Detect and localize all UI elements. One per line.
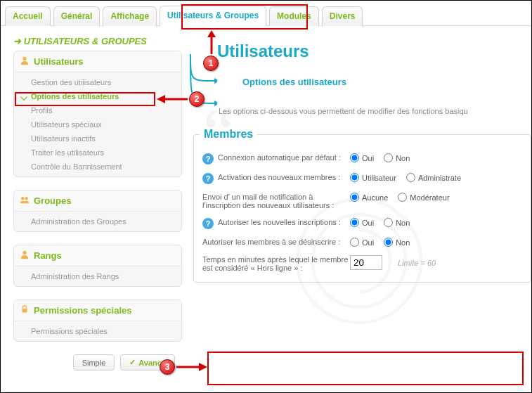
rank-icon bbox=[20, 250, 30, 262]
radio-label-text: Oui bbox=[362, 238, 374, 247]
radio-input[interactable] bbox=[350, 193, 359, 202]
panel-header: Rangs bbox=[14, 245, 181, 266]
sidebar-item[interactable]: Contrôle du Bannissement bbox=[14, 160, 181, 174]
tab-modules[interactable]: Modules bbox=[269, 6, 319, 26]
setting-options: OuiNon bbox=[350, 153, 410, 162]
help-icon[interactable]: ? bbox=[202, 153, 214, 165]
setting-label: Autoriser les membres à se désinscrire : bbox=[202, 238, 350, 246]
radio-input[interactable] bbox=[406, 173, 415, 182]
sidebar-item[interactable]: Profils bbox=[14, 103, 181, 117]
svg-marker-6 bbox=[214, 101, 217, 106]
panel-title: Groupes bbox=[34, 195, 71, 206]
panel-title: Rangs bbox=[34, 250, 62, 261]
radio-option[interactable]: Non bbox=[384, 238, 410, 247]
setting-options: Limite = 60 bbox=[350, 255, 436, 270]
help-icon[interactable]: ? bbox=[202, 173, 214, 184]
radio-option[interactable]: Utilisateur bbox=[350, 173, 396, 182]
radio-input[interactable] bbox=[384, 238, 393, 247]
radio-option[interactable]: Oui bbox=[350, 238, 374, 247]
mode-simple-button[interactable]: Simple bbox=[73, 354, 115, 371]
setting-row: ?Autoriser les nouvelles inscriptions :O… bbox=[200, 214, 525, 233]
radio-input[interactable] bbox=[350, 218, 359, 227]
radio-option[interactable]: Modérateur bbox=[398, 193, 449, 202]
setting-label: Envoi d' un mail de notification à l'ins… bbox=[202, 193, 350, 210]
setting-label: ?Connexion automatique par défaut : bbox=[202, 153, 350, 165]
radio-option[interactable]: Non bbox=[384, 218, 410, 227]
panel-groupes: GroupesAdministration des Groupes bbox=[13, 190, 182, 232]
setting-options: OuiNon bbox=[350, 238, 410, 247]
page-title: Utilisateurs bbox=[217, 41, 531, 61]
radio-input[interactable] bbox=[384, 153, 393, 162]
panel-title: Utilisateurs bbox=[34, 56, 84, 67]
panel-rangs: RangsAdministration des Rangs bbox=[13, 245, 182, 287]
radio-label-text: Non bbox=[396, 219, 410, 227]
radio-label-text: Non bbox=[396, 154, 410, 162]
title-connector-icon bbox=[189, 53, 217, 109]
members-fieldset: Membres ?Connexion automatique par défau… bbox=[193, 128, 531, 283]
setting-label-text: Temps en minutes après lequel le membre … bbox=[202, 255, 350, 272]
svg-point-2 bbox=[25, 197, 27, 200]
mode-advanced-button[interactable]: ✓Avancé bbox=[120, 354, 175, 371]
sidebar-item[interactable]: Utilisateurs spéciaux bbox=[14, 117, 181, 131]
setting-label-text: Autoriser les nouvelles inscriptions : bbox=[218, 218, 341, 229]
setting-label: Temps en minutes après lequel le membre … bbox=[202, 255, 350, 272]
tab-divers[interactable]: Divers bbox=[322, 6, 363, 26]
setting-row: ?Connexion automatique par défaut :OuiNo… bbox=[200, 149, 525, 169]
sidebar-item[interactable]: Traiter les utilisateurs bbox=[14, 146, 181, 160]
setting-label: ?Autoriser les nouvelles inscriptions : bbox=[202, 218, 350, 229]
members-legend: Membres bbox=[200, 128, 257, 141]
radio-input[interactable] bbox=[398, 193, 407, 202]
radio-option[interactable]: Non bbox=[384, 153, 410, 162]
sidebar-item[interactable]: Administration des Rangs bbox=[14, 269, 181, 283]
help-icon[interactable]: ? bbox=[202, 218, 214, 229]
setting-label-text: Activation des nouveaux membres : bbox=[218, 173, 340, 184]
panel-permissions-sp-ciales: Permissions spécialesPermissions spécial… bbox=[13, 299, 182, 342]
radio-label-text: Modérateur bbox=[410, 193, 449, 202]
setting-label-text: Autoriser les membres à se désinscrire : bbox=[202, 238, 340, 246]
radio-label-text: Aucune bbox=[362, 193, 388, 202]
setting-row: ?Activation des nouveaux membres :Utilis… bbox=[200, 169, 525, 188]
group-icon bbox=[20, 195, 30, 207]
setting-options: AucuneModérateur bbox=[350, 193, 450, 202]
radio-option[interactable]: Aucune bbox=[350, 193, 388, 202]
setting-options: OuiNon bbox=[350, 218, 410, 227]
sidebar-item[interactable]: Permissions spéciales bbox=[14, 324, 181, 338]
setting-row: Temps en minutes après lequel le membre … bbox=[200, 251, 525, 276]
tab-accueil[interactable]: Accueil bbox=[5, 6, 51, 26]
minutes-input[interactable] bbox=[350, 255, 382, 270]
radio-input[interactable] bbox=[350, 173, 359, 182]
radio-input[interactable] bbox=[384, 218, 393, 227]
sidebar-item[interactable]: Gestion des utilisateurs bbox=[14, 75, 181, 89]
panel-header: Permissions spéciales bbox=[14, 300, 181, 321]
tab-utilisateurs-groupes[interactable]: Utilisateurs & Groupes bbox=[160, 6, 266, 26]
sidebar-item[interactable]: Utilisateurs inactifs bbox=[14, 131, 181, 146]
radio-input[interactable] bbox=[350, 238, 359, 247]
intro-text: Les options ci-dessous vous permettent d… bbox=[219, 107, 531, 115]
radio-option[interactable]: Administrate bbox=[406, 173, 461, 182]
main-content: Utilisateurs Options des utilisateurs Le… bbox=[189, 26, 531, 378]
radio-label-text: Non bbox=[396, 238, 410, 247]
panel-header: Groupes bbox=[14, 191, 181, 212]
tab-g-n-ral[interactable]: Général bbox=[53, 6, 100, 26]
setting-row: Autoriser les membres à se désinscrire :… bbox=[200, 233, 525, 251]
radio-input[interactable] bbox=[350, 153, 359, 162]
svg-point-3 bbox=[22, 251, 26, 255]
setting-label-text: Envoi d' un mail de notification à l'ins… bbox=[202, 193, 350, 210]
radio-label-text: Oui bbox=[362, 219, 374, 227]
mode-buttons: Simple ✓Avancé bbox=[13, 354, 182, 371]
panel-header: Utilisateurs bbox=[14, 51, 181, 72]
svg-rect-4 bbox=[22, 309, 27, 312]
svg-point-1 bbox=[21, 197, 24, 200]
sidebar-item[interactable]: Administration des Groupes bbox=[14, 214, 181, 228]
tab-bar: AccueilGénéralAffichageUtilisateurs & Gr… bbox=[1, 1, 531, 26]
tab-affichage[interactable]: Affichage bbox=[103, 6, 157, 26]
svg-point-0 bbox=[22, 57, 26, 60]
page-subtitle: Options des utilisateurs bbox=[242, 77, 346, 87]
perm-icon bbox=[20, 304, 30, 316]
setting-label: ?Activation des nouveaux membres : bbox=[202, 173, 350, 184]
radio-label-text: Administrate bbox=[418, 174, 461, 182]
radio-option[interactable]: Oui bbox=[350, 153, 374, 162]
radio-option[interactable]: Oui bbox=[350, 218, 374, 227]
radio-label-text: Utilisateur bbox=[362, 174, 396, 182]
sidebar-item[interactable]: Options des utilisateurs bbox=[14, 89, 181, 103]
